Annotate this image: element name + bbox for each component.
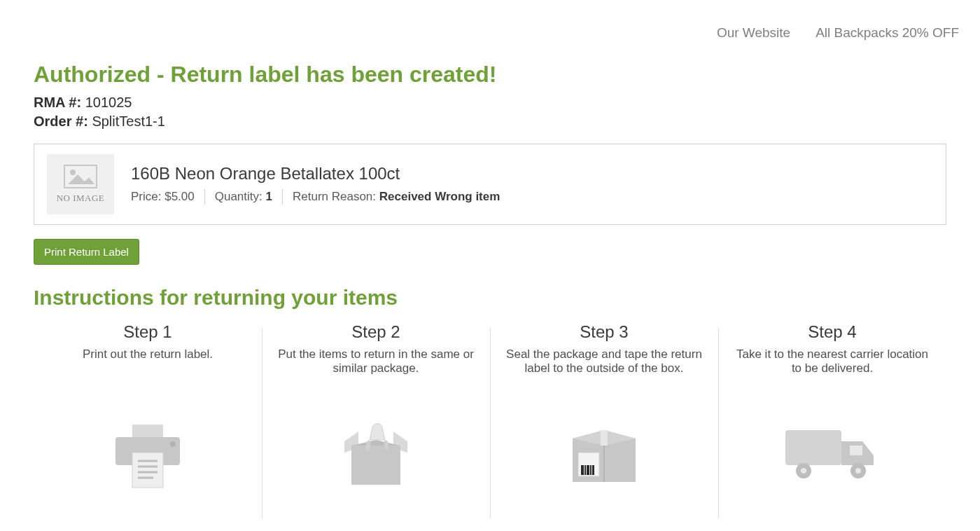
- truck-icon: [780, 420, 885, 483]
- reason-label: Return Reason:: [293, 190, 379, 203]
- step-4: Step 4 Take it to the nearest carrier lo…: [718, 322, 946, 490]
- svg-rect-23: [590, 465, 592, 475]
- step-2: Step 2 Put the items to return in the sa…: [262, 322, 490, 490]
- svg-marker-2: [68, 174, 94, 184]
- no-image-text: NO IMAGE: [57, 193, 105, 204]
- item-details: Price: $5.00 Quantity: 1 Return Reason: …: [131, 189, 933, 205]
- instructions-heading: Instructions for returning your items: [34, 286, 946, 310]
- svg-rect-0: [64, 165, 97, 188]
- top-nav: Our Website All Backpacks 20% OFF: [0, 0, 980, 41]
- svg-rect-21: [584, 465, 586, 475]
- qty-value: 1: [266, 190, 272, 203]
- nav-link-backpacks-promo[interactable]: All Backpacks 20% OFF: [816, 25, 959, 41]
- svg-rect-24: [592, 465, 594, 475]
- order-line: Order #: SplitTest1-1: [34, 113, 946, 130]
- svg-rect-13: [351, 446, 400, 485]
- step-desc: Put the items to return in the same or s…: [277, 347, 475, 380]
- reason-value: Received Wrong item: [379, 190, 500, 203]
- rma-line: RMA #: 101025: [34, 95, 946, 111]
- step-title: Step 2: [277, 322, 475, 342]
- step-title: Step 4: [734, 322, 931, 342]
- main-content: Authorized - Return label has been creat…: [0, 41, 980, 518]
- step-title: Step 1: [49, 322, 246, 342]
- svg-rect-20: [581, 465, 584, 475]
- return-item-box: NO IMAGE 160B Neon Orange Betallatex 100…: [34, 144, 946, 225]
- no-image-placeholder: NO IMAGE: [47, 154, 114, 214]
- item-name: 160B Neon Orange Betallatex 100ct: [131, 164, 933, 184]
- image-placeholder-icon: [64, 165, 97, 188]
- step-title: Step 3: [505, 322, 703, 342]
- svg-rect-26: [850, 446, 862, 455]
- step-desc: Seal the package and tape the return lab…: [505, 347, 703, 380]
- item-info: 160B Neon Orange Betallatex 100ct Price:…: [131, 164, 933, 205]
- nav-link-our-website[interactable]: Our Website: [717, 25, 790, 41]
- step-desc: Print out the return label.: [49, 347, 246, 380]
- step-3: Step 3 Seal the package and tape the ret…: [490, 322, 718, 490]
- price-value: $5.00: [164, 190, 195, 203]
- svg-rect-25: [785, 430, 841, 465]
- svg-rect-3: [132, 425, 163, 439]
- step-1: Step 1 Print out the return label.: [34, 322, 262, 490]
- open-box-icon: [330, 420, 421, 490]
- rma-value: 101025: [85, 95, 132, 110]
- svg-point-5: [170, 441, 176, 447]
- page-title: Authorized - Return label has been creat…: [34, 62, 946, 88]
- order-label: Order #:: [34, 113, 88, 129]
- svg-rect-22: [587, 465, 589, 475]
- printer-icon: [106, 420, 190, 490]
- svg-rect-17: [601, 430, 608, 446]
- svg-point-28: [801, 468, 806, 474]
- svg-point-1: [70, 170, 76, 175]
- rma-label: RMA #:: [34, 95, 81, 110]
- sealed-box-icon: [566, 420, 643, 490]
- qty-label: Quantity:: [215, 190, 266, 203]
- print-return-label-button[interactable]: Print Return Label: [34, 239, 139, 265]
- svg-point-30: [855, 468, 861, 474]
- svg-marker-14: [351, 440, 400, 446]
- price-label: Price:: [131, 190, 164, 203]
- step-desc: Take it to the nearest carrier location …: [734, 347, 931, 380]
- order-value: SplitTest1-1: [92, 113, 165, 129]
- steps-row: Step 1 Print out the return label. Step …: [34, 322, 946, 490]
- svg-rect-6: [132, 453, 163, 488]
